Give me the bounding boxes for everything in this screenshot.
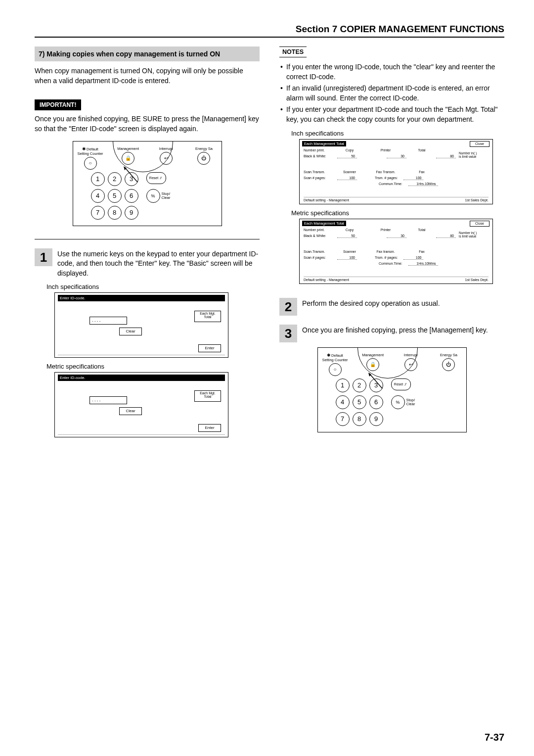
- reset-button: Reset ⫽: [146, 172, 166, 184]
- svg-marker-1: [124, 166, 127, 170]
- interrupt-button: Interrupt↩: [397, 353, 425, 376]
- key-2: 2: [108, 172, 122, 186]
- key-7: 7: [336, 412, 350, 426]
- limit-note: Number in( ) is limit value: [459, 151, 489, 158]
- right-column: NOTES If you enter the wrong ID-code, to…: [279, 47, 504, 442]
- section-header: Section 7 COPIER MANAGEMENT FUNCTIONS: [35, 24, 504, 38]
- notes-label: NOTES: [279, 47, 307, 57]
- enter-id-screen-metric: Enter ID-code. - - - - Each Mgt. Total C…: [54, 372, 228, 437]
- key-9: 9: [125, 206, 138, 220]
- reset-icon: ⫽: [159, 176, 163, 180]
- each-mgmt-total-screen-inch: Each Management Total Close Number print…: [299, 139, 493, 204]
- important-label: IMPORTANT!: [35, 99, 81, 110]
- keypad-figure: ✱Default Setting Counter○ Management🔒 In…: [317, 347, 467, 432]
- step-1: 1 Use the numeric keys on the keypad to …: [35, 248, 260, 279]
- numeric-keypad: 1 2 3 4 5 6 7 8 9: [91, 172, 138, 220]
- id-code-field: - - - -: [89, 396, 127, 404]
- lock-icon: 🔒: [122, 152, 134, 165]
- lcd-pattern: [99, 295, 225, 300]
- lcd-pattern: [99, 375, 225, 379]
- clear-button: Clear: [119, 328, 142, 335]
- key-8: 8: [353, 412, 366, 426]
- enter-id-screen-inch: Enter ID-code. - - - - Each Mgt. Total C…: [54, 292, 228, 358]
- key-4: 4: [336, 395, 350, 409]
- metric-spec-label: Metric specifications: [291, 209, 504, 217]
- key-9: 9: [369, 412, 383, 426]
- key-3: 3: [369, 378, 383, 392]
- key-1: 1: [91, 172, 105, 186]
- interrupt-icon: ↩: [160, 152, 173, 165]
- step-3: 3 Once you are finished copying, press t…: [279, 325, 504, 342]
- metric-spec-label: Metric specifications: [46, 363, 260, 370]
- reset-button: Reset ⫽: [391, 378, 411, 390]
- key-8: 8: [108, 206, 122, 220]
- key-6: 6: [369, 395, 383, 409]
- numeric-keypad: 1 2 3 4 5 6 7 8 9: [336, 378, 383, 426]
- energy-icon: ⏻: [197, 152, 210, 165]
- divider: [35, 239, 260, 239]
- management-button: Management🔒: [114, 146, 142, 170]
- enter-button: Enter: [198, 424, 221, 432]
- each-mgt-total-button: Each Mgt. Total: [194, 390, 221, 402]
- step-number: 2: [279, 298, 297, 316]
- reset-icon: ⫽: [404, 382, 407, 386]
- screen-title: Each Management Total: [302, 221, 346, 226]
- enter-button: Enter: [198, 344, 221, 352]
- key-5: 5: [353, 395, 366, 409]
- stop-clear-icon: %: [391, 395, 405, 409]
- energy-save-button: Energy Sa⏻: [189, 146, 218, 170]
- management-button: Management🔒: [358, 353, 387, 376]
- close-button: Close: [470, 141, 490, 147]
- note-bullet: If you enter the wrong ID-code, touch th…: [279, 62, 504, 82]
- subsection-heading: 7) Making copies when copy management is…: [35, 47, 260, 61]
- left-column: 7) Making copies when copy management is…: [35, 47, 260, 442]
- id-code-field: - - - -: [89, 317, 127, 325]
- energy-save-button: Energy Sa⏻: [434, 353, 463, 376]
- intro-text: When copy management is turned ON, copyi…: [35, 66, 260, 86]
- key-7: 7: [91, 206, 105, 220]
- step-text: Once you are finished copying, press the…: [302, 325, 504, 342]
- step-number: 3: [279, 325, 297, 342]
- clear-button: Clear: [119, 407, 142, 415]
- key-4: 4: [91, 189, 105, 203]
- default-setting-button: ✱Default Setting Counter○: [76, 146, 105, 170]
- svg-marker-3: [368, 373, 371, 377]
- step-text: Perform the desired copy operation as us…: [302, 298, 504, 316]
- important-text: Once you are finished copying, BE SURE t…: [35, 114, 260, 134]
- each-mgmt-total-screen-metric: Each Management Total Close Number print…: [299, 219, 493, 284]
- screen-title: Each Management Total: [302, 141, 346, 146]
- stop-clear-icon: %: [146, 189, 160, 203]
- key-6: 6: [125, 189, 138, 203]
- step-number: 1: [35, 248, 52, 266]
- inch-spec-label: Inch specifications: [46, 283, 260, 290]
- note-bullet: If an invalid (unregistered) department …: [279, 84, 504, 103]
- stop-clear-button: % Stop/ Clear: [146, 189, 171, 203]
- key-5: 5: [108, 189, 122, 203]
- lock-icon: 🔒: [366, 358, 379, 371]
- page-number: 7-37: [485, 732, 504, 743]
- stop-clear-button: % Stop/ Clear: [391, 395, 415, 409]
- key-3: 3: [125, 172, 138, 186]
- interrupt-button: Interrupt↩: [152, 146, 180, 170]
- close-button: Close: [470, 221, 490, 227]
- interrupt-icon: ↩: [404, 358, 417, 371]
- note-bullet: If you enter your department ID-code and…: [279, 105, 504, 124]
- energy-icon: ⏻: [442, 358, 455, 371]
- each-mgt-total-button: Each Mgt. Total: [194, 311, 221, 322]
- step-text: Use the numeric keys on the keypad to en…: [57, 248, 260, 279]
- keypad-figure: ✱Default Setting Counter○ Management🔒 In…: [73, 141, 222, 226]
- step-2: 2 Perform the desired copy operation as …: [279, 298, 504, 316]
- inch-spec-label: Inch specifications: [291, 130, 504, 137]
- key-2: 2: [353, 378, 366, 392]
- default-setting-button: ✱Default Setting Counter○: [321, 353, 350, 376]
- key-1: 1: [336, 378, 350, 392]
- limit-note: Number in( ) is limit value: [459, 231, 489, 238]
